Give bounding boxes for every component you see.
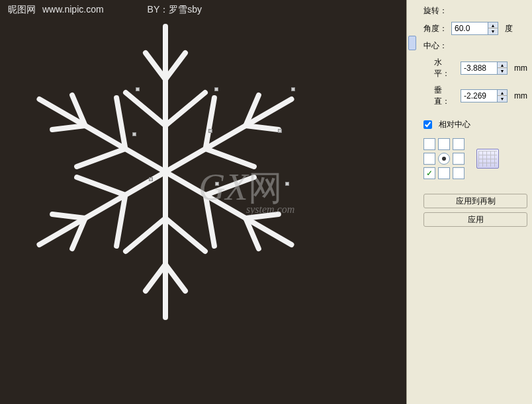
rotation-section-label: 旋转： <box>423 5 527 17</box>
origin-cell[interactable] <box>423 153 435 165</box>
svg-line-4 <box>165 93 205 126</box>
angle-input[interactable] <box>451 22 488 35</box>
origin-grid[interactable] <box>423 138 465 179</box>
relative-center-checkbox[interactable] <box>423 120 432 129</box>
snowflake-object[interactable] <box>13 20 318 324</box>
presets-icon[interactable] <box>476 149 499 169</box>
horizontal-up-button[interactable]: ▲ <box>498 62 507 68</box>
horizontal-unit: mm <box>514 63 527 73</box>
angle-unit: 度 <box>505 23 513 34</box>
selection-handle[interactable] <box>214 87 218 91</box>
selection-handle[interactable] <box>132 132 136 136</box>
horizontal-row: 水平： ▲ ▼ mm <box>434 57 527 79</box>
origin-cell[interactable] <box>453 138 465 150</box>
horizontal-down-button[interactable]: ▼ <box>498 68 507 74</box>
angle-row: 角度： ▲ ▼ 度 <box>423 22 527 35</box>
scrollbar-vertical[interactable] <box>406 0 417 404</box>
origin-cell[interactable] <box>423 138 435 150</box>
vertical-label: 垂直： <box>434 85 457 107</box>
vertical-unit: mm <box>514 91 527 101</box>
by-line: BY：罗雪sby <box>148 4 202 16</box>
selection-handle[interactable] <box>136 87 140 91</box>
canvas-header: 昵图网 www.nipic.com BY：罗雪sby <box>8 4 202 16</box>
canvas-viewport[interactable]: 昵图网 www.nipic.com BY：罗雪sby <box>0 0 406 404</box>
selection-handle[interactable] <box>215 182 219 186</box>
apply-button[interactable]: 应用 <box>423 212 527 227</box>
angle-up-button[interactable]: ▲ <box>488 22 498 28</box>
snowflake-svg <box>13 20 318 324</box>
horizontal-spinner[interactable]: ▲ ▼ <box>461 61 508 75</box>
origin-cell[interactable] <box>438 138 450 150</box>
origin-cell[interactable] <box>453 167 465 179</box>
relative-center-label: 相对中心 <box>439 119 470 130</box>
origin-cell[interactable] <box>453 153 465 165</box>
center-section-label: 中心： <box>423 40 527 52</box>
site-name: 昵图网 <box>8 4 36 16</box>
origin-cell[interactable] <box>438 153 450 165</box>
origin-picker <box>423 138 527 179</box>
origin-cell[interactable] <box>438 167 450 179</box>
horizontal-label: 水平： <box>434 57 457 79</box>
vertical-up-button[interactable]: ▲ <box>498 90 507 96</box>
vertical-input[interactable] <box>461 89 498 102</box>
selection-handle[interactable] <box>208 129 212 133</box>
vertical-row: 垂直： ▲ ▼ mm <box>434 85 527 107</box>
selection-handle[interactable] <box>291 87 295 91</box>
angle-spinner[interactable]: ▲ ▼ <box>451 22 498 35</box>
scrollbar-thumb[interactable] <box>408 36 416 50</box>
selection-handle[interactable] <box>278 129 282 133</box>
site-url: www.nipic.com <box>42 4 104 15</box>
apply-duplicate-button[interactable]: 应用到再制 <box>423 194 527 208</box>
svg-line-1 <box>146 53 165 79</box>
vertical-down-button[interactable]: ▼ <box>498 96 507 102</box>
svg-line-3 <box>126 93 165 126</box>
origin-cell[interactable] <box>423 167 435 179</box>
selection-handle[interactable] <box>285 182 289 186</box>
horizontal-input[interactable] <box>461 61 498 75</box>
selection-handle[interactable] <box>149 177 153 181</box>
angle-down-button[interactable]: ▼ <box>488 28 498 34</box>
angle-label: 角度： <box>423 23 447 34</box>
transform-panel: 旋转： 角度： ▲ ▼ 度 中心： 水平： ▲ ▼ mm 垂直： <box>417 0 532 404</box>
relative-center-row: 相对中心 <box>423 119 527 130</box>
svg-line-2 <box>165 53 185 79</box>
vertical-spinner[interactable]: ▲ ▼ <box>461 89 508 102</box>
